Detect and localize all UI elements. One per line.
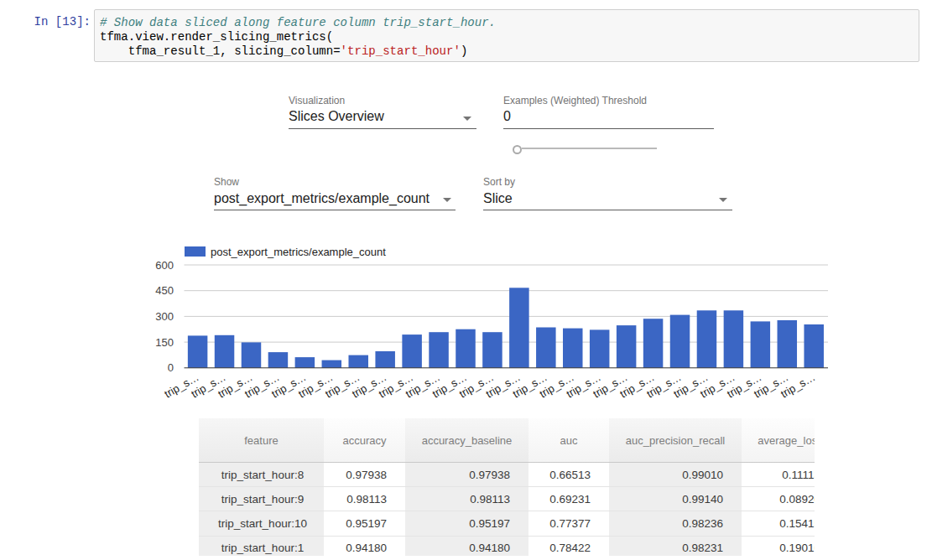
svg-text:600: 600 [155, 259, 174, 272]
svg-text:450: 450 [155, 284, 174, 297]
svg-text:post_export_metrics/example_co: post_export_metrics/example_count [211, 246, 386, 258]
svg-text:300: 300 [155, 310, 174, 323]
svg-text:0: 0 [168, 361, 174, 374]
svg-text:150: 150 [155, 336, 174, 349]
